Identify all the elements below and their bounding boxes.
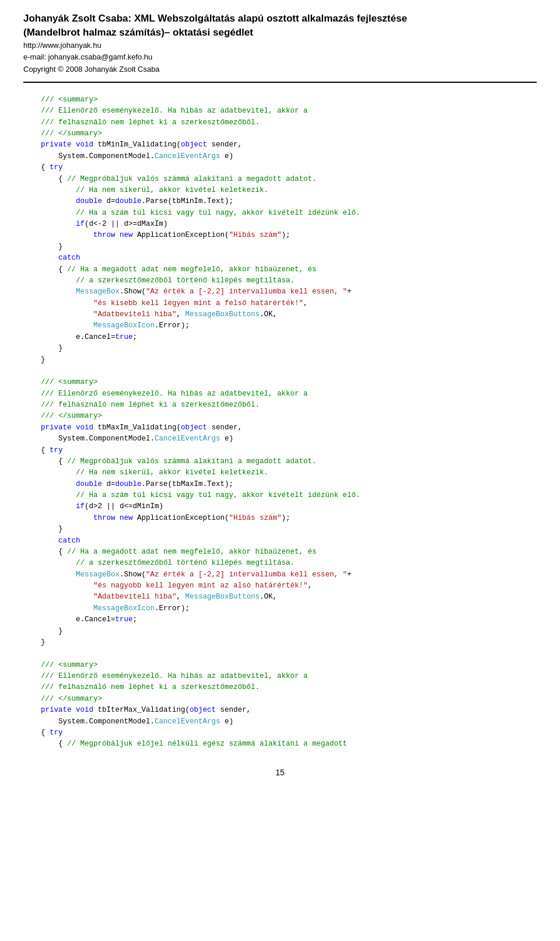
title-line1: Johanyák Zsolt Csaba: XML Webszolgáltatá… bbox=[23, 13, 407, 24]
code-section-3: /// <summary> /// Ellenőrző eseménykezel… bbox=[23, 660, 537, 750]
email-text: e-mail: johanyak.csaba@gamf.kefo.hu bbox=[23, 53, 152, 61]
document-title: Johanyák Zsolt Csaba: XML Webszolgáltatá… bbox=[23, 12, 537, 40]
page-header: Johanyák Zsolt Csaba: XML Webszolgáltatá… bbox=[23, 12, 537, 83]
code-section-2: /// <summary> /// Ellenőrző eseménykezel… bbox=[23, 377, 537, 659]
page-number-value: 15 bbox=[275, 768, 285, 777]
code-section-1: /// <summary> /// Ellenőrző eseménykezel… bbox=[23, 95, 537, 377]
url-text: http://www.johanyak.hu bbox=[23, 41, 102, 50]
copyright-text: Copyright © 2008 Johanyák Zsolt Csaba bbox=[23, 65, 160, 74]
document-meta: http://www.johanyak.hu e-mail: johanyak.… bbox=[23, 40, 537, 76]
page-number: 15 bbox=[23, 768, 537, 777]
title-line2: (Mandelbrot halmaz számítás)– oktatási s… bbox=[23, 27, 253, 38]
